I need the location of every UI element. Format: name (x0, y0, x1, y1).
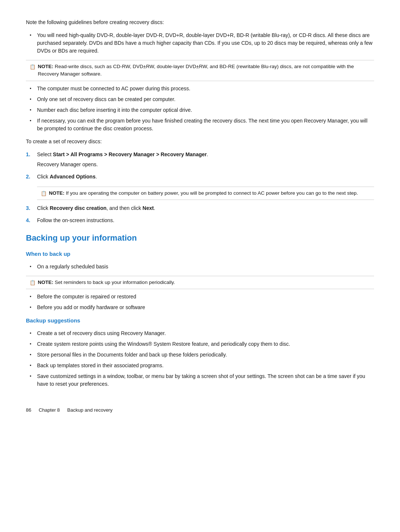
bullet-item-1: You will need high-quality DVD-R, double… (26, 31, 374, 55)
step-1: 1. Select Start > All Programs > Recover… (26, 151, 374, 168)
note-box-2: 📋 NOTE: If you are operating the compute… (37, 187, 374, 200)
bullet-item-4: Number each disc before inserting it int… (26, 106, 374, 114)
step-1-sub: Recovery Manager opens. (37, 161, 374, 168)
note-icon-1: 📋 (30, 63, 36, 71)
when-note-box: 📋 NOTE: Set reminders to back up your in… (26, 276, 374, 290)
bullet-item-2: The computer must be connected to AC pow… (26, 85, 374, 93)
step-4-content: Follow the on-screen instructions. (37, 217, 374, 224)
page-number: 86 (26, 406, 31, 414)
suggestion-4: Back up templates stored in their associ… (26, 362, 374, 369)
step-4: 4. Follow the on-screen instructions. (26, 217, 374, 224)
step-1-content: Select Start > All Programs > Recovery M… (37, 151, 374, 168)
step-3: 3. Click Recovery disc creation, and the… (26, 204, 374, 212)
step-2-content: Click Advanced Options. (37, 173, 374, 181)
suggestion-3: Store personal files in the Documents fo… (26, 351, 374, 359)
step-2: 2. Click Advanced Options. (26, 173, 374, 181)
note-icon-2: 📋 (41, 190, 47, 197)
when-to-back-up-heading: When to back up (26, 250, 374, 258)
backing-up-heading: Backing up your information (26, 232, 374, 244)
intro-paragraph: Note the following guidelines before cre… (26, 19, 374, 26)
intro-bullet-list: You will need high-quality DVD-R, double… (26, 31, 374, 55)
bullet-item-3: Only one set of recovery discs can be cr… (26, 96, 374, 103)
when-note-icon: 📋 (30, 279, 36, 287)
chapter-label: Chapter 8 (39, 406, 60, 414)
when-note-content: NOTE: Set reminders to back up your info… (38, 279, 175, 286)
note-content-1: NOTE: Read-write discs, such as CD-RW, D… (38, 63, 370, 78)
page-footer: 86 Chapter 8 Backup and recovery (26, 406, 374, 414)
when-bullet-3: Before you add or modify hardware or sof… (26, 304, 374, 311)
note-content-2: NOTE: If you are operating the computer … (49, 190, 358, 197)
when-bullet-list-2: Before the computer is repaired or resto… (26, 293, 374, 311)
intro-bullet-list-2: The computer must be connected to AC pow… (26, 85, 374, 133)
step-3-num: 3. (26, 204, 37, 212)
suggestion-5: Save customized settings in a window, to… (26, 372, 374, 388)
note-box-1: 📋 NOTE: Read-write discs, such as CD-RW,… (26, 60, 374, 81)
chapter-title: Backup and recovery (67, 406, 113, 414)
step-1-num: 1. (26, 151, 37, 158)
backup-suggestions-heading: Backup suggestions (26, 317, 374, 325)
when-bullet-1: On a regularly scheduled basis (26, 263, 374, 271)
when-bullet-list: On a regularly scheduled basis (26, 263, 374, 271)
steps-list-2: 3. Click Recovery disc creation, and the… (26, 204, 374, 224)
bullet-item-5: If necessary, you can exit the program b… (26, 117, 374, 133)
when-bullet-2: Before the computer is repaired or resto… (26, 293, 374, 301)
section-intro-text: To create a set of recovery discs: (26, 138, 374, 145)
step-2-num: 2. (26, 173, 37, 181)
suggestions-bullet-list: Create a set of recovery discs using Rec… (26, 329, 374, 388)
step-4-num: 4. (26, 217, 37, 224)
step-3-content: Click Recovery disc creation, and then c… (37, 204, 374, 212)
steps-list: 1. Select Start > All Programs > Recover… (26, 151, 374, 181)
suggestion-1: Create a set of recovery discs using Rec… (26, 329, 374, 337)
suggestion-2: Create system restore points using the W… (26, 340, 374, 348)
